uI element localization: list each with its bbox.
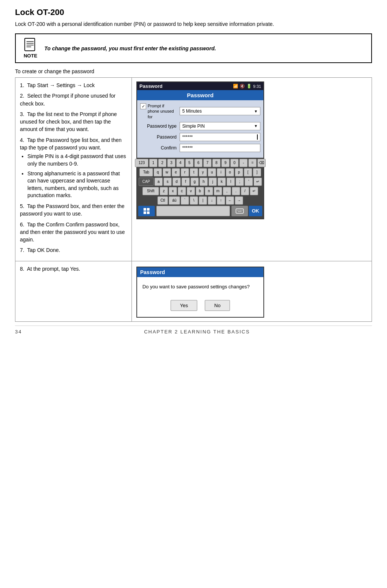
kb-key-w[interactable]: w [163,168,171,176]
step-8: 8. At the prompt, tap Yes. [20,265,127,273]
phone-keyboard: 123 1 2 3 4 5 6 7 8 9 0 [137,158,263,219]
kb-key-7[interactable]: 7 [203,159,212,167]
kb-key-slash[interactable]: / [241,187,249,195]
svg-rect-6 [147,208,150,211]
kb-key-m[interactable]: m [214,187,222,195]
step-1-text: Tap Start → Settings → Lock [27,82,95,88]
kb-key-y[interactable]: y [199,168,207,176]
battery-icon: 🔋 [246,84,252,89]
kb-key-pipe[interactable]: | [199,196,207,205]
password-value[interactable]: ****** [180,133,260,141]
kb-key-lbracket[interactable]: [ [244,168,252,176]
kb-key-ctl[interactable]: Ctl [157,196,168,205]
kb-key-up[interactable]: ↑ [217,196,225,205]
note-label: NOTE [24,53,37,59]
prompt-dropdown-arrow: ▼ [254,109,258,113]
kb-key-x[interactable]: x [169,187,177,195]
step-3-text: Tap the list next to the Prompt if phone… [20,111,117,133]
step-4-num: 4. [20,137,26,143]
kb-key-down[interactable]: ↓ [208,196,216,205]
prompt-value[interactable]: 5 Minutes ▼ [180,107,260,115]
steps-cell: 1. Tap Start → Settings → Lock 2. Select… [15,78,132,261]
kb-space-key[interactable] [156,206,230,216]
kb-key-backslash[interactable]: \ [190,196,198,205]
kb-key-period[interactable]: . [232,187,240,195]
kb-key-rbracket[interactable]: ] [253,168,261,176]
kb-key-comma[interactable]: , [223,187,231,195]
step8-list: 8. At the prompt, tap Yes. [20,265,127,273]
kb-key-au[interactable]: áü [169,196,180,205]
kb-key-left[interactable]: ← [226,196,234,205]
kb-windows-key[interactable] [138,206,155,216]
step-8-num: 8. [20,266,26,272]
kb-keyboard-icon[interactable] [231,206,248,216]
kb-key-quote[interactable]: ' [245,178,253,186]
kb-key-k[interactable]: k [218,178,226,186]
kb-key-q[interactable]: q [154,168,162,176]
kb-key-d[interactable]: d [172,178,181,186]
kb-key-5[interactable]: 5 [185,159,194,167]
signal-icon: 📶 [233,84,238,89]
kb-key-9[interactable]: 9 [221,159,230,167]
kb-key-b[interactable]: b [196,187,204,195]
kb-key-o[interactable]: o [226,168,234,176]
confirm-value[interactable]: ****** [180,144,260,152]
kb-key-u[interactable]: u [208,168,216,176]
kb-key-3[interactable]: 3 [167,159,175,167]
password-type-value[interactable]: Simple PIN ▼ [180,122,260,130]
kb-key-s[interactable]: s [163,178,172,186]
kb-key-cap[interactable]: CAP [139,178,154,186]
kb-key-6[interactable]: 6 [194,159,203,167]
kb-key-p[interactable]: p [235,168,243,176]
kb-key-f[interactable]: f [181,178,190,186]
kb-key-backspace[interactable]: ⌫ [257,159,266,167]
screenshot-cell-1: Password 📶 🔇 🔋 9:31 Password [132,78,372,261]
kb-key-2[interactable]: 2 [158,159,166,167]
kb-ok-button[interactable]: OK [249,206,262,216]
step-5-num: 5. [20,203,26,209]
kb-key-a[interactable]: a [154,178,163,186]
kb-key-n[interactable]: n [205,187,213,195]
step-3: 3. Tap the list next to the Prompt if ph… [20,110,127,133]
kb-key-123[interactable]: 123 [135,159,148,167]
kb-key-minus[interactable]: - [239,159,248,167]
step-5-text: Tap the Password box, and then enter the… [20,203,124,217]
svg-rect-9 [236,209,243,213]
kb-key-enter2[interactable]: ↵ [250,187,258,195]
kb-key-j[interactable]: j [209,178,217,186]
kb-key-tab[interactable]: Tab [139,168,153,176]
step-6-num: 6. [20,222,26,228]
dialog-yes-button[interactable]: Yes [171,300,197,311]
kb-key-enter[interactable]: ↵ [254,178,262,186]
step-1-num: 1. [20,82,26,88]
prompt-checkbox[interactable] [140,103,146,109]
kb-key-shift[interactable]: Shift [142,187,159,195]
kb-key-c[interactable]: c [178,187,186,195]
kb-key-z[interactable]: z [160,187,168,195]
kb-key-right[interactable]: → [235,196,243,205]
kb-key-i[interactable]: i [217,168,225,176]
kb-key-v[interactable]: v [187,187,195,195]
kb-key-e[interactable]: e [172,168,180,176]
dialog-no-button[interactable]: No [205,300,230,311]
kb-key-semicolon[interactable]: ; [236,178,244,186]
kb-key-r[interactable]: r [181,168,189,176]
kb-key-1[interactable]: 1 [149,159,157,167]
kb-key-backtick[interactable]: ` [181,196,189,205]
kb-key-h[interactable]: h [200,178,208,186]
screenshot-cell-2: Password Do you want to save password se… [132,261,372,322]
kb-key-t[interactable]: t [190,168,198,176]
kb-key-0[interactable]: 0 [230,159,239,167]
kb-key-l[interactable]: l [227,178,235,186]
main-row-2: 8. At the prompt, tap Yes. Password Do y… [15,261,372,322]
kb-key-equals[interactable]: = [248,159,257,167]
kb-key-8[interactable]: 8 [212,159,221,167]
kb-key-4[interactable]: 4 [176,159,184,167]
svg-rect-5 [144,208,146,211]
phone-row-password: Password ****** [140,133,260,141]
svg-rect-7 [144,211,146,214]
page-number: 34 [15,329,22,335]
kb-key-g[interactable]: g [190,178,199,186]
step-4-text: Tap the Password type list box, and then… [20,137,122,151]
phone-row-password-type: Password type Simple PIN ▼ [140,122,260,130]
